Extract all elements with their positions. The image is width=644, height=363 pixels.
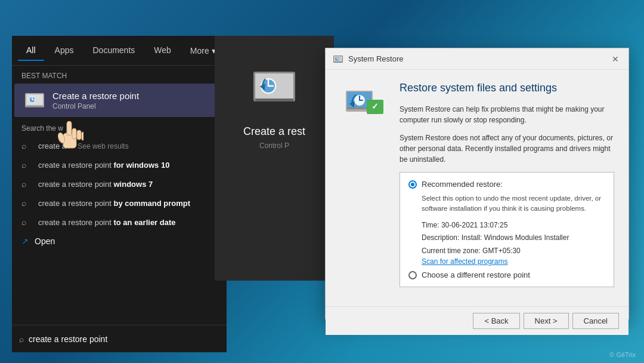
bg-restore-icon <box>250 66 298 113</box>
open-section[interactable]: ↗ Open <box>12 232 227 251</box>
dialog-desc-2: System Restore does not affect any of yo… <box>400 133 614 165</box>
system-restore-title-icon <box>333 54 343 64</box>
svg-text:✓: ✓ <box>371 101 379 111</box>
scan-link[interactable]: Scan for affected programs <box>422 257 605 266</box>
dialog-heading: Restore system files and settings <box>400 82 614 94</box>
external-link-icon: ↗ <box>21 236 29 246</box>
suggestion-text-2: create a restore point for windows 10 <box>38 161 209 170</box>
best-match-label: Best match <box>12 66 227 84</box>
search-icon-2: ⌕ <box>21 160 32 170</box>
bg-subtitle: Control P <box>259 141 289 150</box>
dialog-title-text: System Restore <box>348 54 609 63</box>
restore-options-box: Recommended restore: Select this option … <box>400 172 614 287</box>
search-tabs: All Apps Documents Web More ▾ <box>12 36 227 66</box>
search-icon-3: ⌕ <box>21 179 32 189</box>
watermark: © GéTrix <box>609 351 636 358</box>
tab-apps[interactable]: Apps <box>47 41 82 61</box>
next-button[interactable]: Next > <box>524 313 569 329</box>
search-input[interactable] <box>29 334 219 344</box>
bg-title: Create a rest <box>243 125 305 138</box>
back-button[interactable]: < Back <box>473 313 519 329</box>
best-match-item[interactable]: Create a restore point Control Panel <box>14 84 224 117</box>
suggestion-text-5: create a restore point to an earlier dat… <box>38 218 209 227</box>
tab-documents[interactable]: Documents <box>84 41 143 61</box>
restore-details: Time: 30-06-2021 13:07:25 Description: I… <box>422 219 605 258</box>
dialog-content: Restore system files and settings System… <box>400 82 614 294</box>
restore-timezone: Current time zone: GMT+05:30 <box>422 245 605 258</box>
system-restore-dialog: System Restore ✕ ✓ Restore sy <box>325 48 629 319</box>
dialog-left-icon: ✓ <box>340 82 388 294</box>
best-match-subtitle: Control Panel <box>52 102 139 110</box>
svg-rect-2 <box>26 106 43 107</box>
restore-point-icon <box>24 90 45 111</box>
recommended-radio-label: Recommended restore: <box>422 180 503 189</box>
suggestion-text-3: create a restore point windows 7 <box>38 180 209 189</box>
search-input-bar: ⌕ <box>12 325 227 352</box>
search-icon-4: ⌕ <box>21 198 32 208</box>
open-label: Open <box>35 236 55 246</box>
dialog-footer: < Back Next > Cancel <box>326 306 628 335</box>
recommended-restore-option[interactable]: Recommended restore: <box>408 180 605 189</box>
suggestion-5[interactable]: ⌕ create a restore point to an earlier d… <box>12 213 227 232</box>
dialog-desc-1: System Restore can help fix problems tha… <box>400 104 614 125</box>
search-icon-1: ⌕ <box>21 141 32 150</box>
other-restore-radio[interactable] <box>408 271 417 279</box>
bg-result-area: Create a rest Control P <box>215 36 334 281</box>
cancel-button[interactable]: Cancel <box>572 313 619 329</box>
best-match-text: Create a restore point Control Panel <box>52 91 139 110</box>
svg-rect-6 <box>255 99 293 101</box>
dialog-body: ✓ Restore system files and settings Syst… <box>326 70 628 306</box>
search-panel: All Apps Documents Web More ▾ Best match… <box>12 36 227 352</box>
recommended-desc-text: Select this option to undo the most rece… <box>422 193 605 214</box>
other-restore-label: Choose a different restore point <box>422 270 530 279</box>
suggestion-text-4: create a restore point by command prompt <box>38 199 209 208</box>
other-restore-option[interactable]: Choose a different restore point <box>408 270 605 279</box>
suggestion-4[interactable]: ⌕ create a restore point by command prom… <box>12 193 227 213</box>
restore-time: Time: 30-06-2021 13:07:25 <box>422 219 605 232</box>
search-web-label: Search the w <box>12 117 227 136</box>
suggestion-3[interactable]: ⌕ create a restore point windows 7 › <box>12 174 227 193</box>
recommended-radio[interactable] <box>408 180 417 189</box>
restore-description: Description: Install: Windows Modules In… <box>422 232 605 245</box>
tab-all[interactable]: All <box>18 41 44 61</box>
suggestion-text-1: create a r- See web results <box>38 141 209 150</box>
dialog-close-button[interactable]: ✕ <box>609 53 621 65</box>
suggestion-2[interactable]: ⌕ create a restore point for windows 10 … <box>12 155 227 174</box>
best-match-title: Create a restore point <box>52 91 139 101</box>
suggestion-1[interactable]: ⌕ create a r- See web results › <box>12 136 227 155</box>
restore-wizard-icon: ✓ <box>343 82 385 124</box>
tab-web[interactable]: Web <box>145 41 179 61</box>
search-icon-5: ⌕ <box>21 217 32 227</box>
search-bar-icon: ⌕ <box>19 334 24 344</box>
dialog-titlebar: System Restore ✕ <box>326 48 628 70</box>
